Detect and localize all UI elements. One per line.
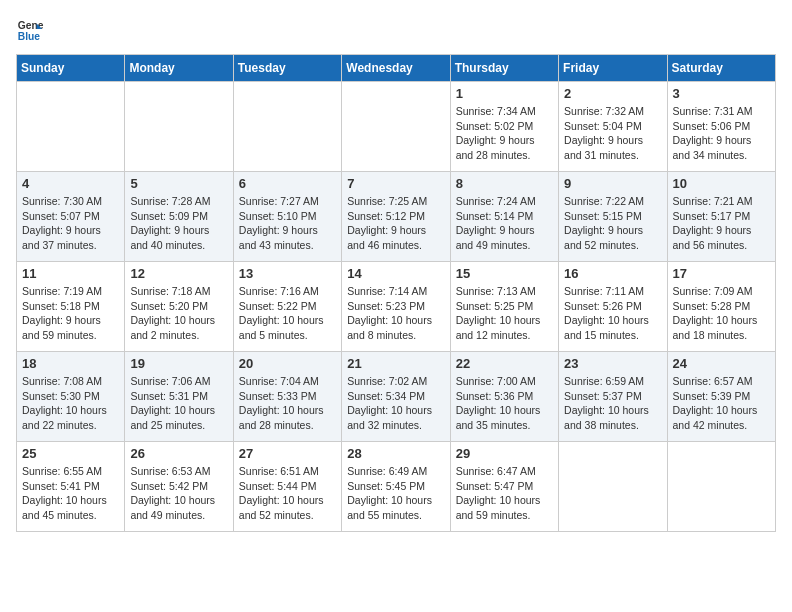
calendar-cell [342,82,450,172]
day-info: Sunrise: 7:22 AM Sunset: 5:15 PM Dayligh… [564,194,661,253]
day-number: 14 [347,266,444,281]
day-info: Sunrise: 7:24 AM Sunset: 5:14 PM Dayligh… [456,194,553,253]
day-info: Sunrise: 7:00 AM Sunset: 5:36 PM Dayligh… [456,374,553,433]
day-number: 20 [239,356,336,371]
calendar-cell: 5Sunrise: 7:28 AM Sunset: 5:09 PM Daylig… [125,172,233,262]
calendar-cell: 26Sunrise: 6:53 AM Sunset: 5:42 PM Dayli… [125,442,233,532]
day-number: 26 [130,446,227,461]
day-header-friday: Friday [559,55,667,82]
calendar-cell: 21Sunrise: 7:02 AM Sunset: 5:34 PM Dayli… [342,352,450,442]
logo: General Blue [16,16,48,44]
day-number: 25 [22,446,119,461]
day-number: 11 [22,266,119,281]
day-number: 19 [130,356,227,371]
calendar-cell: 29Sunrise: 6:47 AM Sunset: 5:47 PM Dayli… [450,442,558,532]
day-info: Sunrise: 7:14 AM Sunset: 5:23 PM Dayligh… [347,284,444,343]
calendar-cell: 15Sunrise: 7:13 AM Sunset: 5:25 PM Dayli… [450,262,558,352]
day-info: Sunrise: 7:02 AM Sunset: 5:34 PM Dayligh… [347,374,444,433]
day-header-thursday: Thursday [450,55,558,82]
day-header-saturday: Saturday [667,55,775,82]
day-number: 17 [673,266,770,281]
day-info: Sunrise: 6:51 AM Sunset: 5:44 PM Dayligh… [239,464,336,523]
day-number: 21 [347,356,444,371]
day-number: 10 [673,176,770,191]
day-number: 5 [130,176,227,191]
day-info: Sunrise: 6:59 AM Sunset: 5:37 PM Dayligh… [564,374,661,433]
day-number: 29 [456,446,553,461]
day-info: Sunrise: 7:08 AM Sunset: 5:30 PM Dayligh… [22,374,119,433]
calendar-cell: 11Sunrise: 7:19 AM Sunset: 5:18 PM Dayli… [17,262,125,352]
day-number: 4 [22,176,119,191]
calendar-week-row: 11Sunrise: 7:19 AM Sunset: 5:18 PM Dayli… [17,262,776,352]
day-number: 7 [347,176,444,191]
logo-icon: General Blue [16,16,44,44]
day-info: Sunrise: 6:47 AM Sunset: 5:47 PM Dayligh… [456,464,553,523]
day-info: Sunrise: 7:11 AM Sunset: 5:26 PM Dayligh… [564,284,661,343]
calendar-cell: 14Sunrise: 7:14 AM Sunset: 5:23 PM Dayli… [342,262,450,352]
day-number: 15 [456,266,553,281]
calendar-cell: 24Sunrise: 6:57 AM Sunset: 5:39 PM Dayli… [667,352,775,442]
day-number: 8 [456,176,553,191]
day-number: 9 [564,176,661,191]
day-info: Sunrise: 6:53 AM Sunset: 5:42 PM Dayligh… [130,464,227,523]
day-info: Sunrise: 7:06 AM Sunset: 5:31 PM Dayligh… [130,374,227,433]
calendar-cell: 4Sunrise: 7:30 AM Sunset: 5:07 PM Daylig… [17,172,125,262]
day-number: 16 [564,266,661,281]
day-info: Sunrise: 7:28 AM Sunset: 5:09 PM Dayligh… [130,194,227,253]
day-number: 1 [456,86,553,101]
calendar-cell: 13Sunrise: 7:16 AM Sunset: 5:22 PM Dayli… [233,262,341,352]
day-number: 24 [673,356,770,371]
day-info: Sunrise: 7:34 AM Sunset: 5:02 PM Dayligh… [456,104,553,163]
calendar-cell: 19Sunrise: 7:06 AM Sunset: 5:31 PM Dayli… [125,352,233,442]
calendar-cell: 22Sunrise: 7:00 AM Sunset: 5:36 PM Dayli… [450,352,558,442]
day-header-sunday: Sunday [17,55,125,82]
day-info: Sunrise: 7:18 AM Sunset: 5:20 PM Dayligh… [130,284,227,343]
calendar-cell [559,442,667,532]
page-header: General Blue [16,16,776,44]
svg-text:Blue: Blue [18,31,41,42]
day-header-tuesday: Tuesday [233,55,341,82]
calendar-cell [17,82,125,172]
day-number: 22 [456,356,553,371]
calendar-cell: 25Sunrise: 6:55 AM Sunset: 5:41 PM Dayli… [17,442,125,532]
calendar-cell: 16Sunrise: 7:11 AM Sunset: 5:26 PM Dayli… [559,262,667,352]
day-info: Sunrise: 6:49 AM Sunset: 5:45 PM Dayligh… [347,464,444,523]
calendar-week-row: 18Sunrise: 7:08 AM Sunset: 5:30 PM Dayli… [17,352,776,442]
day-info: Sunrise: 6:57 AM Sunset: 5:39 PM Dayligh… [673,374,770,433]
day-header-wednesday: Wednesday [342,55,450,82]
day-number: 13 [239,266,336,281]
day-info: Sunrise: 7:27 AM Sunset: 5:10 PM Dayligh… [239,194,336,253]
calendar-cell: 18Sunrise: 7:08 AM Sunset: 5:30 PM Dayli… [17,352,125,442]
day-info: Sunrise: 7:16 AM Sunset: 5:22 PM Dayligh… [239,284,336,343]
calendar-cell: 9Sunrise: 7:22 AM Sunset: 5:15 PM Daylig… [559,172,667,262]
calendar-cell: 28Sunrise: 6:49 AM Sunset: 5:45 PM Dayli… [342,442,450,532]
calendar-cell: 10Sunrise: 7:21 AM Sunset: 5:17 PM Dayli… [667,172,775,262]
day-number: 12 [130,266,227,281]
calendar-week-row: 1Sunrise: 7:34 AM Sunset: 5:02 PM Daylig… [17,82,776,172]
calendar-cell: 1Sunrise: 7:34 AM Sunset: 5:02 PM Daylig… [450,82,558,172]
calendar-cell: 23Sunrise: 6:59 AM Sunset: 5:37 PM Dayli… [559,352,667,442]
day-header-monday: Monday [125,55,233,82]
day-info: Sunrise: 7:13 AM Sunset: 5:25 PM Dayligh… [456,284,553,343]
day-number: 2 [564,86,661,101]
day-number: 23 [564,356,661,371]
calendar-header-row: SundayMondayTuesdayWednesdayThursdayFrid… [17,55,776,82]
calendar-cell: 12Sunrise: 7:18 AM Sunset: 5:20 PM Dayli… [125,262,233,352]
day-info: Sunrise: 7:30 AM Sunset: 5:07 PM Dayligh… [22,194,119,253]
day-info: Sunrise: 7:09 AM Sunset: 5:28 PM Dayligh… [673,284,770,343]
day-info: Sunrise: 7:21 AM Sunset: 5:17 PM Dayligh… [673,194,770,253]
calendar-cell: 8Sunrise: 7:24 AM Sunset: 5:14 PM Daylig… [450,172,558,262]
calendar-cell [233,82,341,172]
calendar-cell: 3Sunrise: 7:31 AM Sunset: 5:06 PM Daylig… [667,82,775,172]
day-info: Sunrise: 7:31 AM Sunset: 5:06 PM Dayligh… [673,104,770,163]
calendar-cell: 20Sunrise: 7:04 AM Sunset: 5:33 PM Dayli… [233,352,341,442]
calendar-week-row: 4Sunrise: 7:30 AM Sunset: 5:07 PM Daylig… [17,172,776,262]
day-number: 28 [347,446,444,461]
day-info: Sunrise: 7:25 AM Sunset: 5:12 PM Dayligh… [347,194,444,253]
day-number: 6 [239,176,336,191]
calendar-cell: 6Sunrise: 7:27 AM Sunset: 5:10 PM Daylig… [233,172,341,262]
svg-text:General: General [18,20,44,31]
day-number: 27 [239,446,336,461]
day-info: Sunrise: 7:19 AM Sunset: 5:18 PM Dayligh… [22,284,119,343]
calendar-cell [125,82,233,172]
